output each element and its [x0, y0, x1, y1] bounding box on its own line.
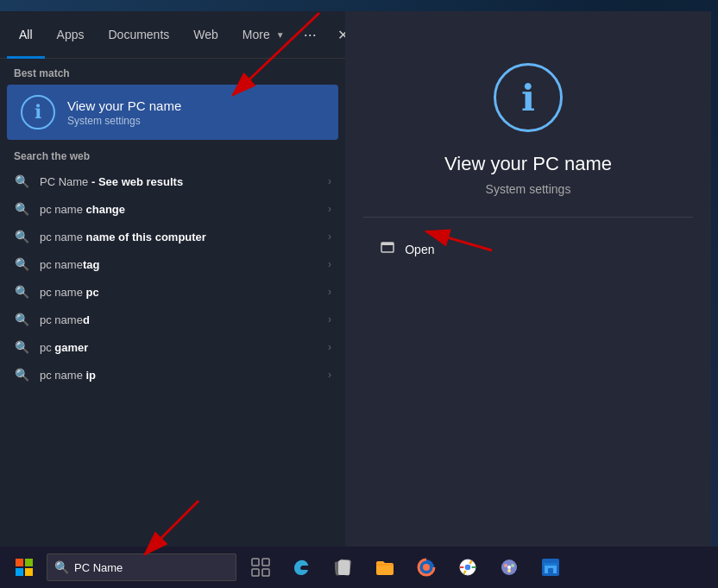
chevron-icon-6: ›: [328, 313, 331, 326]
chevron-icon-2: ›: [328, 203, 331, 215]
tab-more-label: More: [242, 28, 270, 41]
open-window-icon: [381, 240, 396, 258]
svg-point-42: [504, 564, 507, 567]
open-button[interactable]: Open: [363, 231, 693, 267]
suggestion-text-4: pc nametag: [40, 258, 318, 271]
dots-button[interactable]: ···: [297, 22, 324, 47]
search-icon-4: 🔍: [14, 257, 29, 271]
best-match-subtitle: System settings: [67, 115, 324, 127]
suggestion-3[interactable]: 🔍 pc name name of this computer ›: [0, 223, 345, 250]
svg-rect-25: [381, 243, 394, 245]
more-chevron-icon: ▼: [276, 30, 285, 40]
suggestion-text-6: pc named: [40, 313, 318, 326]
search-input[interactable]: [74, 561, 229, 574]
suggestion-4[interactable]: 🔍 pc nametag ›: [0, 250, 345, 278]
svg-point-44: [507, 569, 511, 572]
tab-documents[interactable]: Documents: [96, 11, 181, 59]
desktop: Contr...Panel This P...: [0, 0, 718, 588]
chevron-icon-8: ›: [328, 369, 331, 381]
right-panel-divider: [363, 217, 693, 218]
svg-rect-27: [25, 559, 33, 566]
chevron-icon-7: ›: [328, 341, 331, 353]
suggestion-text-8: pc name ip: [40, 369, 318, 382]
best-match-app-icon: ℹ: [21, 95, 55, 130]
search-icon-8: 🔍: [14, 368, 29, 382]
store-button[interactable]: [532, 548, 570, 586]
chrome-button[interactable]: [449, 548, 487, 586]
tab-all[interactable]: All: [7, 11, 45, 59]
search-icon-3: 🔍: [14, 230, 29, 243]
best-match-item[interactable]: ℹ View your PC name System settings: [7, 85, 338, 140]
svg-rect-31: [262, 559, 269, 566]
web-section-label: Search the web: [0, 140, 345, 168]
tab-apps-label: Apps: [57, 28, 85, 41]
svg-rect-36: [338, 560, 350, 575]
tab-more[interactable]: More ▼: [230, 11, 297, 59]
right-panel: ℹ View your PC name System settings Open: [345, 11, 711, 547]
suggestion-5[interactable]: 🔍 pc name pc ›: [0, 278, 345, 306]
suggestion-text-5: pc name pc: [40, 286, 318, 299]
taskbar-icons: [242, 548, 570, 586]
paint-button[interactable]: [490, 548, 528, 586]
suggestion-7[interactable]: 🔍 pc gamer ›: [0, 333, 345, 361]
info-icon: ℹ: [35, 101, 41, 123]
tab-web-label: Web: [193, 28, 218, 41]
start-menu: All Apps Documents Web More ▼ ··· ✕ Best…: [0, 11, 345, 547]
svg-rect-47: [548, 568, 553, 573]
right-panel-title: View your PC name: [444, 153, 612, 175]
search-icon-1: 🔍: [14, 174, 29, 188]
svg-rect-26: [16, 559, 23, 566]
tab-web[interactable]: Web: [181, 11, 230, 59]
taskbar: 🔍: [0, 547, 718, 588]
cards-button[interactable]: [324, 548, 362, 586]
tab-all-label: All: [19, 28, 33, 41]
svg-rect-29: [25, 568, 33, 576]
right-panel-subtitle: System settings: [486, 182, 571, 196]
svg-rect-30: [252, 559, 259, 566]
open-label: Open: [405, 243, 434, 256]
suggestion-text-1: PC Name - See web results: [40, 175, 318, 188]
best-match-info: View your PC name System settings: [67, 98, 324, 127]
task-view-button[interactable]: [242, 548, 280, 586]
chevron-icon-5: ›: [328, 286, 331, 298]
folder-button[interactable]: [366, 548, 404, 586]
firefox-button[interactable]: [407, 548, 445, 586]
svg-point-38: [423, 564, 430, 571]
search-icon-2: 🔍: [14, 202, 29, 216]
chevron-icon-4: ›: [328, 258, 331, 270]
suggestion-8[interactable]: 🔍 pc name ip ›: [0, 361, 345, 389]
svg-point-40: [464, 564, 471, 571]
svg-rect-28: [16, 568, 23, 576]
menu-tabs: All Apps Documents Web More ▼ ··· ✕: [0, 11, 345, 59]
search-icon-5: 🔍: [14, 285, 29, 299]
svg-rect-33: [262, 569, 269, 576]
suggestion-6[interactable]: 🔍 pc named ›: [0, 306, 345, 333]
best-match-title: View your PC name: [67, 98, 324, 113]
edge-button[interactable]: [283, 548, 321, 586]
chevron-icon-1: ›: [328, 175, 331, 187]
tab-documents-label: Documents: [108, 28, 169, 41]
search-bar[interactable]: 🔍: [47, 553, 236, 581]
suggestion-1[interactable]: 🔍 PC Name - See web results ›: [0, 168, 345, 195]
suggestion-text-3: pc name name of this computer: [40, 231, 318, 243]
search-bar-icon: 🔍: [54, 560, 69, 574]
suggestion-text-2: pc name change: [40, 203, 318, 216]
suggestion-2[interactable]: 🔍 pc name change ›: [0, 195, 345, 223]
best-match-label: Best match: [0, 59, 345, 85]
svg-rect-32: [252, 569, 259, 576]
tab-apps[interactable]: Apps: [45, 11, 97, 59]
svg-point-45: [507, 566, 511, 569]
start-button[interactable]: [3, 547, 45, 588]
chevron-icon-3: ›: [328, 231, 331, 243]
right-panel-app-icon: ℹ: [494, 63, 563, 132]
right-panel-info-icon: ℹ: [521, 77, 535, 119]
search-icon-7: 🔍: [14, 340, 29, 354]
suggestion-text-7: pc gamer: [40, 341, 318, 354]
svg-point-43: [511, 564, 514, 567]
search-icon-6: 🔍: [14, 313, 29, 326]
